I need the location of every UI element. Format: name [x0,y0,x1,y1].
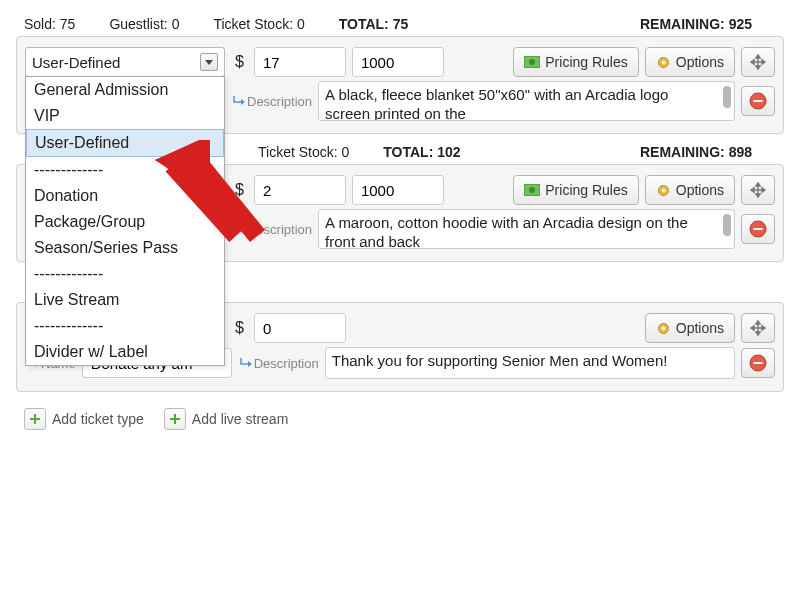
scrollbar-thumb[interactable] [723,214,731,236]
description-textarea[interactable]: A maroon, cotton hoodie with an Arcadia … [318,209,735,249]
svg-point-2 [529,59,535,65]
money-icon [524,56,540,68]
minus-circle-icon [749,220,767,238]
dropdown-option[interactable]: Package/Group [26,209,224,235]
svg-rect-39 [754,362,763,364]
svg-marker-24 [241,227,245,233]
dropdown-option[interactable]: Divider w/ Label [26,339,224,365]
plus-icon [164,408,186,430]
price-input[interactable] [254,313,346,343]
description-textarea[interactable]: A black, fleece blanket 50"x60" with an … [318,81,735,121]
plus-icon [24,408,46,430]
select-value: User-Defined [32,54,120,71]
description-label: Description [231,94,312,109]
svg-marker-0 [205,60,213,65]
gear-icon [656,321,671,336]
add-ticket-type-button[interactable]: Add ticket type [24,408,144,430]
gear-icon [656,183,671,198]
stats-row: Sold: 75 Guestlist: 0 Ticket Stock: 0 TO… [16,16,784,36]
svg-rect-26 [754,228,763,230]
move-icon [750,54,766,70]
options-button[interactable]: Options [645,313,735,343]
svg-point-4 [661,60,665,64]
options-button[interactable]: Options [645,175,735,205]
dropdown-option[interactable]: Season/Series Pass [26,235,224,261]
currency-symbol: $ [231,319,248,337]
currency-symbol: $ [231,181,248,199]
description-label: Description [238,356,319,371]
move-button[interactable] [741,175,775,205]
gear-icon [656,55,671,70]
scrollbar-thumb[interactable] [723,86,731,108]
delete-button[interactable] [741,214,775,244]
dropdown-option[interactable]: User-Defined [26,129,224,157]
description-label: Description [231,222,312,237]
svg-point-29 [661,326,665,330]
move-icon [750,320,766,336]
svg-rect-45 [30,418,40,420]
ticket-type-select[interactable]: User-Defined [25,47,225,77]
svg-rect-47 [170,418,180,420]
price-input[interactable] [254,175,346,205]
quantity-input[interactable] [352,175,444,205]
move-button[interactable] [741,313,775,343]
svg-point-17 [661,188,665,192]
price-input[interactable] [254,47,346,77]
dropdown-option[interactable]: General Admission [26,77,224,103]
dropdown-option[interactable]: Donation [26,183,224,209]
quantity-input[interactable] [352,47,444,77]
move-icon [750,182,766,198]
delete-button[interactable] [741,86,775,116]
dropdown-option[interactable]: VIP [26,103,224,129]
add-live-stream-button[interactable]: Add live stream [164,408,288,430]
dropdown-option[interactable]: Live Stream [26,287,224,313]
currency-symbol: $ [231,53,248,71]
description-textarea[interactable]: Thank you for supporting Senior Men and … [325,347,735,379]
chevron-down-icon [200,53,218,71]
minus-circle-icon [749,354,767,372]
move-button[interactable] [741,47,775,77]
svg-marker-11 [241,99,245,105]
delete-button[interactable] [741,348,775,378]
svg-marker-37 [248,361,252,367]
minus-circle-icon [749,92,767,110]
dropdown-option[interactable]: ------------- [26,157,224,183]
money-icon [524,184,540,196]
dropdown-option[interactable]: ------------- [26,313,224,339]
ticket-type-dropdown[interactable]: General AdmissionVIPUser-Defined--------… [25,76,225,366]
svg-rect-13 [754,100,763,102]
pricing-rules-button[interactable]: Pricing Rules [513,47,638,77]
svg-point-15 [529,187,535,193]
pricing-rules-button[interactable]: Pricing Rules [513,175,638,205]
dropdown-option[interactable]: ------------- [26,261,224,287]
options-button[interactable]: Options [645,47,735,77]
